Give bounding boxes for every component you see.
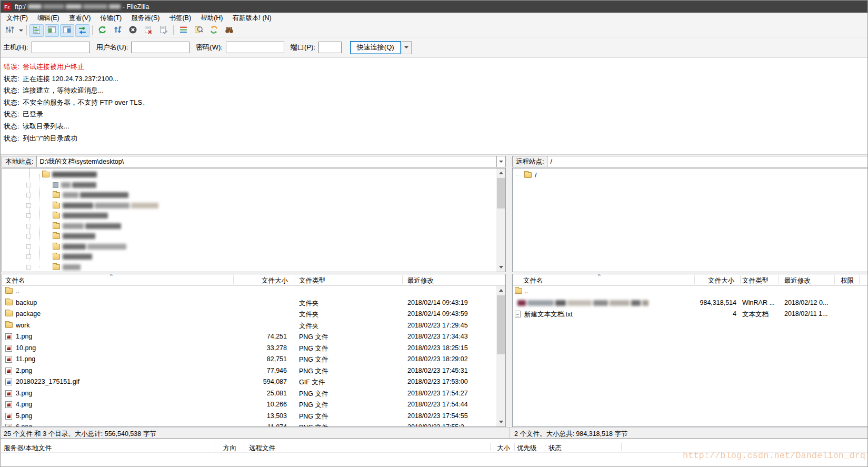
directory-filters-button[interactable]: [176, 24, 191, 37]
tree-expand-box[interactable]: [26, 224, 31, 228]
column-header-2[interactable]: 文件大小: [694, 276, 734, 285]
message-log-view-button[interactable]: [29, 24, 44, 37]
process-queue-button[interactable]: [111, 24, 125, 37]
scrollbar-thumb[interactable]: [497, 295, 505, 354]
tree-expand-box[interactable]: [26, 203, 31, 208]
local-file-list[interactable]: ^ 文件名文件大小文件类型最近修改 ..backup文件夹2018/02/14 …: [2, 274, 506, 427]
local-tree-item[interactable]: [2, 262, 223, 273]
file-row[interactable]: 6.png11,874PNG 文件2018/02/23 17:55:2: [2, 422, 505, 426]
tree-expand-box[interactable]: [26, 265, 31, 270]
column-header-3[interactable]: 文件类型: [299, 276, 325, 285]
find-files-button[interactable]: [222, 24, 236, 37]
site-manager-button[interactable]: [3, 24, 17, 37]
scroll-down-button[interactable]: [496, 263, 505, 272]
column-header-1[interactable]: 文件名: [523, 276, 543, 285]
column-divider[interactable]: [694, 275, 695, 284]
local-site-combo[interactable]: D:\我的文档\system\desktop\: [37, 156, 497, 167]
menu-item-6[interactable]: 书签(B): [164, 13, 196, 24]
local-tree-item[interactable]: [2, 221, 223, 232]
tree-expand-box[interactable]: [26, 213, 31, 218]
column-divider[interactable]: [740, 275, 741, 284]
file-row[interactable]: 4.png10,266PNG 文件2018/02/23 17:54:44: [2, 399, 505, 411]
file-row[interactable]: package文件夹2018/02/14 09:43:59: [2, 309, 505, 320]
local-tree-item[interactable]: [2, 252, 223, 262]
local-tree-view-button[interactable]: [45, 24, 59, 37]
file-row[interactable]: 1.png74,251PNG 文件2018/02/23 17:34:43: [2, 331, 505, 343]
column-divider[interactable]: [295, 275, 295, 284]
host-input[interactable]: [32, 42, 90, 53]
menu-item-3[interactable]: 查看(V): [64, 13, 96, 24]
scroll-down-button[interactable]: [496, 418, 505, 426]
quickconnect-button[interactable]: 快速连接(Q): [350, 41, 401, 54]
remote-file-list[interactable]: ^ 文件名文件大小文件类型最近修改权限 ..984,318,514WinRAR …: [512, 274, 868, 427]
local-tree-item[interactable]: [2, 242, 223, 252]
file-row[interactable]: 新建文本文档.txt4文本文档2018/02/11 1...: [513, 309, 868, 320]
queue-column-header-4[interactable]: 大小: [474, 444, 510, 453]
column-divider[interactable]: [514, 443, 515, 451]
local-site-dropdown[interactable]: [497, 156, 506, 167]
file-row[interactable]: ..: [513, 286, 868, 297]
file-row[interactable]: 11.png82,751PNG 文件2018/02/23 18:29:02: [2, 354, 505, 365]
scrollbar-thumb[interactable]: [497, 178, 505, 208]
site-manager-dropdown[interactable]: [17, 24, 24, 37]
file-row[interactable]: 20180223_175151.gif594,087GIF 文件2018/02/…: [2, 376, 505, 388]
file-row[interactable]: 10.png33,278PNG 文件2018/02/23 18:25:15: [2, 343, 505, 354]
disconnect-button[interactable]: [141, 24, 155, 37]
file-row[interactable]: 3.png25,081PNG 文件2018/02/23 17:54:27: [2, 388, 505, 400]
tree-expand-box[interactable]: [26, 234, 31, 239]
directory-comparison-button[interactable]: [192, 24, 206, 37]
column-divider[interactable]: [834, 275, 835, 284]
remote-site-combo[interactable]: /: [547, 156, 868, 167]
local-directory-tree[interactable]: [2, 168, 506, 272]
password-input[interactable]: [226, 42, 284, 53]
local-tree-item[interactable]: [2, 211, 223, 221]
queue-column-header-5[interactable]: 优先级: [517, 444, 537, 453]
column-header-1[interactable]: 文件名: [5, 276, 25, 285]
local-tree-item[interactable]: [2, 190, 223, 201]
local-tree-item[interactable]: [2, 180, 223, 191]
transfer-queue-view-button[interactable]: [75, 24, 89, 37]
menu-item-1[interactable]: 文件(F): [2, 13, 33, 24]
file-row[interactable]: 984,318,514WinRAR ...2018/02/12 0...: [513, 297, 868, 309]
queue-column-header-1[interactable]: 服务器/本地文件: [4, 444, 52, 453]
remote-directory-tree[interactable]: /: [512, 168, 868, 272]
username-input[interactable]: [131, 42, 189, 53]
tree-expand-box[interactable]: [26, 244, 31, 249]
file-row[interactable]: ..: [2, 286, 505, 297]
queue-column-header-3[interactable]: 远程文件: [249, 444, 275, 453]
column-header-4[interactable]: 最近修改: [407, 276, 434, 285]
column-header-4[interactable]: 最近修改: [784, 276, 811, 285]
column-divider[interactable]: [244, 443, 244, 451]
column-divider[interactable]: [490, 443, 491, 451]
column-divider[interactable]: [545, 443, 545, 451]
column-divider[interactable]: [859, 275, 860, 284]
reconnect-button[interactable]: [156, 24, 171, 37]
menu-item-8[interactable]: 有新版本! (N): [227, 13, 276, 24]
column-divider[interactable]: [402, 275, 403, 284]
file-row[interactable]: 5.png13,503PNG 文件2018/02/23 17:54:55: [2, 411, 505, 422]
remote-tree-view-button[interactable]: [60, 24, 74, 37]
tree-expand-box[interactable]: [26, 193, 31, 197]
menu-item-5[interactable]: 服务器(S): [126, 13, 164, 24]
queue-column-header-2[interactable]: 方向: [223, 444, 236, 453]
column-divider[interactable]: [621, 443, 622, 451]
column-divider[interactable]: [215, 443, 215, 451]
scroll-up-button[interactable]: [496, 286, 505, 295]
cancel-operation-button[interactable]: [126, 24, 140, 37]
column-header-3[interactable]: 文件类型: [742, 276, 769, 285]
column-divider[interactable]: [233, 275, 234, 284]
menu-item-4[interactable]: 传输(T): [95, 13, 126, 24]
refresh-button[interactable]: [95, 24, 109, 37]
column-divider[interactable]: [778, 275, 779, 284]
remote-tree-root-item[interactable]: /: [513, 170, 618, 181]
local-tree-item[interactable]: [2, 170, 223, 180]
file-row[interactable]: 2.png77,946PNG 文件2018/02/23 17:45:31: [2, 365, 505, 377]
scroll-up-button[interactable]: [496, 168, 505, 177]
local-list-scrollbar[interactable]: [496, 286, 505, 426]
column-header-5[interactable]: 权限: [841, 276, 854, 285]
column-header-2[interactable]: 文件大小: [233, 276, 288, 285]
file-row[interactable]: work文件夹2018/02/23 17:29:45: [2, 320, 505, 332]
port-input[interactable]: [318, 42, 342, 53]
local-tree-item[interactable]: [2, 231, 223, 242]
synchronized-browsing-button[interactable]: [207, 24, 221, 37]
